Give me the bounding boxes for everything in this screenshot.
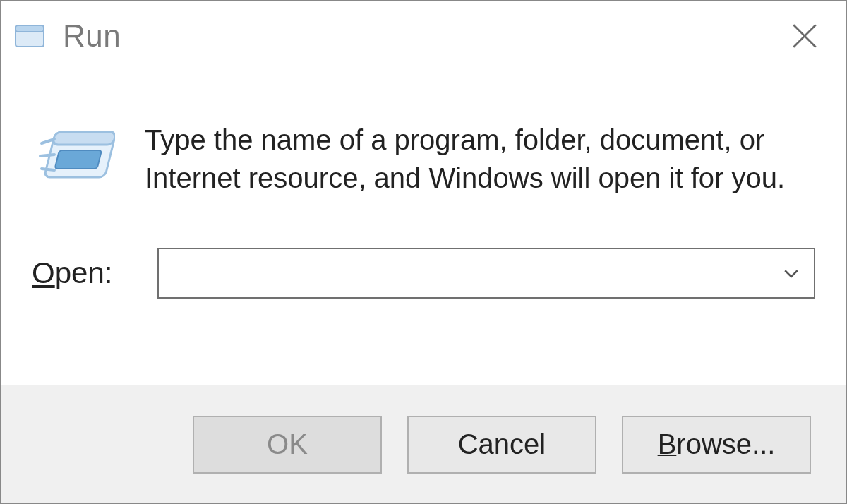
open-combobox[interactable] <box>157 248 815 299</box>
svg-line-8 <box>40 155 54 156</box>
svg-line-9 <box>42 169 54 170</box>
cancel-button-label: Cancel <box>458 428 546 460</box>
svg-rect-6 <box>55 150 102 169</box>
open-label: Open: <box>32 256 124 290</box>
open-input[interactable] <box>159 249 769 297</box>
ok-button[interactable]: OK <box>193 416 382 474</box>
description-text: Type the name of a program, folder, docu… <box>145 121 818 197</box>
intro-row: Type the name of a program, folder, docu… <box>29 121 818 197</box>
cancel-button[interactable]: Cancel <box>407 416 596 474</box>
run-icon <box>36 125 115 190</box>
svg-rect-1 <box>16 25 44 32</box>
window-title: Run <box>63 18 780 54</box>
dialog-body: Type the name of a program, folder, docu… <box>1 71 846 385</box>
dialog-footer: OK Cancel Browse... <box>1 385 846 503</box>
close-button[interactable] <box>780 11 829 61</box>
run-dialog: Run <box>0 0 847 504</box>
svg-rect-5 <box>52 132 115 145</box>
chevron-down-icon[interactable] <box>769 263 814 284</box>
open-row: Open: <box>29 248 818 299</box>
titlebar: Run <box>1 1 846 71</box>
run-app-icon <box>13 20 46 52</box>
browse-button[interactable]: Browse... <box>622 416 811 474</box>
browse-button-label: Browse... <box>658 428 776 460</box>
ok-button-label: OK <box>267 428 308 460</box>
